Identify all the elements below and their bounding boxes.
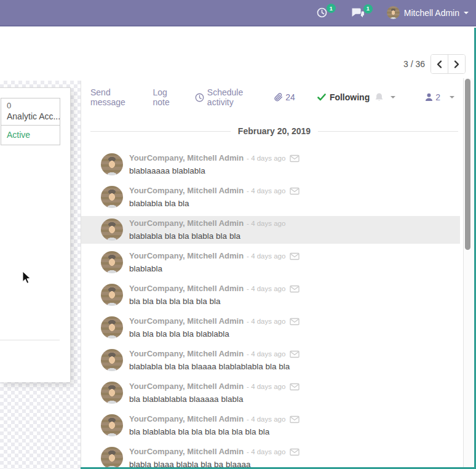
message-timestamp: - 4 days ago [247, 251, 285, 261]
message-row[interactable]: YourCompany, Mitchell Admin - 4 days ago… [81, 379, 460, 407]
message-row[interactable]: YourCompany, Mitchell Admin - 4 days ago… [81, 151, 460, 178]
message-row[interactable]: YourCompany, Mitchell Admin - 4 days ago… [81, 183, 460, 211]
message-content: YourCompany, Mitchell Admin - 4 days ago… [129, 186, 299, 209]
chevron-right-icon [453, 60, 460, 69]
message-row[interactable]: YourCompany, Mitchell Admin - 4 days ago… [81, 412, 460, 439]
envelope-icon[interactable] [290, 318, 299, 326]
stat-label: Analytic Acc... [7, 111, 60, 122]
message-author[interactable]: YourCompany, Mitchell Admin [129, 382, 244, 391]
vertical-scrollbar[interactable] [463, 78, 474, 469]
message-body: blablabla [129, 263, 299, 274]
chatter: Send message Log note Schedule activity … [81, 81, 463, 469]
attachment-count: 24 [285, 92, 295, 102]
envelope-icon[interactable] [290, 187, 299, 195]
avatar [101, 153, 123, 175]
message-content: YourCompany, Mitchell Admin - 4 days ago… [129, 349, 299, 372]
message-author[interactable]: YourCompany, Mitchell Admin [129, 349, 244, 359]
envelope-icon[interactable] [290, 154, 299, 162]
message-author[interactable]: YourCompany, Mitchell Admin [129, 284, 244, 294]
avatar [101, 218, 123, 241]
message-author[interactable]: YourCompany, Mitchell Admin [129, 153, 244, 163]
envelope-icon[interactable] [290, 448, 299, 456]
message-content: YourCompany, Mitchell Admin - 4 days ago… [129, 284, 299, 307]
message-content: YourCompany, Mitchell Admin - 4 days ago… [129, 153, 299, 176]
date-separator-label: February 20, 2019 [231, 126, 318, 136]
message-body: blablabla bla bla blaaaa blablablabla bl… [129, 361, 299, 372]
message-content: YourCompany, Mitchell Admin - 4 days ago… [129, 316, 299, 339]
log-note-label: Log note [153, 87, 181, 107]
message-timestamp: - 4 days ago [247, 218, 285, 228]
active-stat-button[interactable]: Active [1, 125, 60, 145]
scrollbar-thumb[interactable] [465, 79, 470, 250]
send-message-button[interactable]: Send message [90, 87, 139, 107]
activity-menu[interactable]: 1 [316, 7, 328, 18]
avatar [101, 316, 123, 339]
avatar [101, 284, 123, 306]
send-message-label: Send message [90, 87, 139, 107]
avatar [101, 251, 123, 273]
message-body: blablabla bla bla [129, 198, 299, 209]
form-panel: 0 Analytic Acc... Active [0, 87, 71, 382]
pager-buttons [430, 54, 466, 74]
pager-previous-button[interactable] [431, 55, 448, 73]
chevron-left-icon [436, 60, 443, 69]
envelope-icon[interactable] [290, 350, 299, 358]
message-row[interactable]: YourCompany, Mitchell Admin - 4 days ago… [81, 314, 460, 342]
avatar [101, 414, 123, 436]
message-timestamp: - 4 days ago [247, 153, 285, 163]
message-author[interactable]: YourCompany, Mitchell Admin [129, 186, 244, 196]
message-timestamp: - 4 days ago [247, 284, 285, 294]
message-row[interactable]: YourCompany, Mitchell Admin - 4 days ago… [81, 281, 460, 309]
message-body: bla blablablabla blaaaaa blabla [129, 394, 299, 404]
attachments-button[interactable]: 24 [274, 92, 295, 102]
envelope-icon[interactable] [290, 285, 299, 293]
message-author[interactable]: YourCompany, Mitchell Admin [129, 316, 244, 326]
message-timestamp: - 4 days ago [247, 382, 285, 391]
message-row[interactable]: YourCompany, Mitchell Admin - 4 days ago… [81, 347, 460, 374]
message-content: YourCompany, Mitchell Admin - 4 days ago… [129, 382, 299, 404]
followers-button[interactable]: 2 [425, 92, 454, 102]
message-author[interactable]: YourCompany, Mitchell Admin [129, 447, 244, 457]
avatar [101, 349, 123, 371]
messages-menu[interactable]: 1 [351, 7, 365, 18]
message-timestamp: - 4 days ago [247, 316, 285, 326]
analytic-account-stat-button[interactable]: 0 Analytic Acc... [1, 98, 60, 125]
pager: 3 / 36 [403, 54, 466, 74]
message-row[interactable]: YourCompany, Mitchell Admin - 4 days ago… [81, 444, 460, 469]
envelope-icon[interactable] [290, 252, 299, 260]
envelope-icon[interactable] [290, 383, 299, 391]
pager-next-button[interactable] [448, 55, 465, 73]
follower-count: 2 [435, 92, 440, 102]
message-author[interactable]: YourCompany, Mitchell Admin [129, 218, 244, 228]
message-body: blablabla bla bla blabla bla bla [129, 231, 285, 241]
active-label: Active [7, 128, 60, 142]
clock-icon [195, 93, 204, 102]
separator-line [318, 131, 458, 132]
panel-divider [0, 340, 60, 340]
person-icon [425, 93, 433, 102]
message-body: bla blablabla bla bla bla bla bla bla bl… [129, 427, 299, 437]
message-row[interactable]: YourCompany, Mitchell Admin - 4 days ago… [81, 249, 460, 276]
message-content: YourCompany, Mitchell Admin - 4 days ago… [129, 218, 285, 241]
following-button[interactable]: Following [317, 92, 395, 102]
schedule-activity-button[interactable]: Schedule activity [195, 87, 260, 107]
date-separator: February 20, 2019 [90, 126, 458, 136]
message-author[interactable]: YourCompany, Mitchell Admin [129, 251, 244, 261]
user-name: Mitchell Admin [404, 8, 459, 18]
message-body: blablaaaaa blablabla [129, 166, 299, 176]
stat-value: 0 [7, 101, 60, 111]
user-menu[interactable]: Mitchell Admin [387, 6, 469, 19]
chevron-down-icon [464, 12, 469, 14]
message-content: YourCompany, Mitchell Admin - 4 days ago… [129, 414, 299, 437]
message-row-highlighted[interactable]: YourCompany, Mitchell Admin - 4 days ago… [81, 216, 460, 244]
message-author[interactable]: YourCompany, Mitchell Admin [129, 414, 244, 424]
user-avatar [387, 6, 400, 19]
log-note-button[interactable]: Log note [153, 87, 181, 107]
message-timestamp: - 4 days ago [247, 186, 285, 196]
envelope-icon[interactable] [290, 415, 299, 423]
activity-clock-icon [316, 7, 328, 18]
message-content: YourCompany, Mitchell Admin - 4 days ago… [129, 251, 299, 274]
message-list: YourCompany, Mitchell Admin - 4 days ago… [90, 151, 458, 469]
activity-badge: 1 [327, 4, 336, 13]
stat-button-box: 0 Analytic Acc... Active [1, 98, 60, 145]
